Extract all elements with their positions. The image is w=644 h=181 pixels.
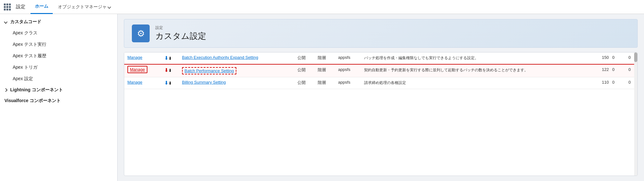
description-cell-3: 請求締め処理の各種設定 bbox=[361, 77, 599, 89]
num1-cell-1: 150 0 bbox=[599, 52, 625, 64]
description-text-2: 契約自動更新・予約更新を実行する際に並列して起動するバッチの数を決めることができ… bbox=[364, 68, 528, 72]
chevron-collapsed-icon bbox=[4, 88, 7, 92]
sidebar-section-custom-code[interactable]: カスタムコード bbox=[0, 17, 117, 27]
tab-home[interactable]: ホーム bbox=[31, 0, 53, 14]
app-label: 設定 bbox=[16, 4, 25, 10]
manage-cell-3: Manage bbox=[124, 77, 161, 89]
table-row: Manage ⬇ Batch Execution Authority Expan… bbox=[124, 52, 637, 64]
main-layout: カスタムコード Apex クラス Apex テスト実行 Apex テスト履歴 A… bbox=[0, 14, 644, 181]
manage-link-1[interactable]: Manage bbox=[127, 55, 142, 60]
top-navigation: 設定 ホーム オブジェクトマネージャ bbox=[0, 0, 644, 14]
download-icon-3[interactable]: ⬇ bbox=[164, 80, 171, 86]
manage-link-3[interactable]: Manage bbox=[127, 80, 142, 85]
sidebar: カスタムコード Apex クラス Apex テスト実行 Apex テスト履歴 A… bbox=[0, 14, 118, 181]
download-cell-2: ⬇ bbox=[161, 64, 179, 77]
num1-cell-3: 110 0 bbox=[599, 77, 625, 89]
sidebar-item-apex-test[interactable]: Apex テスト実行 bbox=[0, 39, 117, 50]
setting-name-link-1[interactable]: Batch Execution Authority Expand Setting bbox=[182, 55, 258, 60]
description-cell-2: 契約自動更新・予約更新を実行する際に並列して起動するバッチの数を決めることができ… bbox=[361, 64, 599, 77]
download-cell-1: ⬇ bbox=[161, 52, 179, 64]
setting-name-cell-1: Batch Execution Authority Expand Setting bbox=[179, 52, 294, 64]
manage-link-highlighted-2[interactable]: Manage bbox=[127, 66, 147, 73]
namespace-cell-1: appsfs bbox=[335, 52, 361, 64]
settings-table-card: Manage ⬇ Batch Execution Authority Expan… bbox=[124, 52, 638, 176]
description-cell-1: バッチ処理を作成・編集権限なしでも実行できるようにする設定。 bbox=[361, 52, 599, 64]
page-title: カスタム設定 bbox=[155, 31, 206, 42]
table-row-highlighted: Manage ⬇ Batch Performance Setting 公開 階層… bbox=[124, 64, 637, 77]
visibility-cell-2: 公開 bbox=[294, 64, 315, 77]
sidebar-item-apex-settings[interactable]: Apex 設定 bbox=[0, 73, 117, 85]
setting-name-cell-2: Batch Performance Setting bbox=[179, 64, 294, 77]
type-cell-3: 階層 bbox=[315, 77, 335, 89]
table-scrollbar[interactable] bbox=[634, 52, 637, 176]
description-text-3: 請求締め処理の各種設定 bbox=[364, 80, 406, 85]
sidebar-item-apex-trigger[interactable]: Apex トリガ bbox=[0, 62, 117, 73]
setting-name-link-2[interactable]: Batch Performance Setting bbox=[182, 67, 236, 74]
table-row: Manage ⬇ Billing Summary Setting 公開 階層 a… bbox=[124, 77, 637, 89]
namespace-cell-3: appsfs bbox=[335, 77, 361, 89]
description-text-1: バッチ処理を作成・編集権限なしでも実行できるようにする設定。 bbox=[364, 56, 478, 60]
content-area: ⚙ 設定 カスタム設定 Manage ⬇ bbox=[118, 14, 644, 181]
sidebar-item-apex-class[interactable]: Apex クラス bbox=[0, 27, 117, 39]
header-icon-box: ⚙ bbox=[132, 24, 150, 42]
sidebar-item-apex-test-history[interactable]: Apex テスト履歴 bbox=[0, 50, 117, 62]
sidebar-section-lightning[interactable]: Lightning コンポーネント bbox=[0, 85, 117, 95]
chevron-expanded-icon bbox=[4, 20, 7, 24]
table-scroll-thumb[interactable] bbox=[634, 52, 637, 62]
download-icon-2[interactable]: ⬇ bbox=[164, 67, 171, 73]
header-subtitle: 設定 bbox=[155, 25, 206, 31]
sidebar-section-visualforce[interactable]: Visualforce コンポーネント bbox=[0, 95, 117, 106]
download-icon-1[interactable]: ⬇ bbox=[164, 55, 171, 61]
gear-icon: ⚙ bbox=[137, 28, 145, 39]
type-cell-1: 階層 bbox=[315, 52, 335, 64]
download-cell-3: ⬇ bbox=[161, 77, 179, 89]
num1-cell-2: 122 0 bbox=[599, 64, 625, 77]
manage-cell-1: Manage bbox=[124, 52, 161, 64]
visibility-cell-1: 公開 bbox=[294, 52, 315, 64]
setting-name-cell-3: Billing Summary Setting bbox=[179, 77, 294, 89]
header-text-group: 設定 カスタム設定 bbox=[155, 25, 206, 42]
tab-object-manager[interactable]: オブジェクトマネージャ bbox=[58, 4, 111, 10]
setting-name-link-3[interactable]: Billing Summary Setting bbox=[182, 80, 226, 85]
chevron-down-icon bbox=[107, 5, 111, 9]
manage-cell-2: Manage bbox=[124, 64, 161, 77]
app-launcher-icon[interactable] bbox=[4, 3, 11, 10]
type-cell-2: 階層 bbox=[315, 64, 335, 77]
sidebar-items-custom-code: Apex クラス Apex テスト実行 Apex テスト履歴 Apex トリガ … bbox=[0, 27, 117, 85]
namespace-cell-2: appsfs bbox=[335, 64, 361, 77]
visibility-cell-3: 公開 bbox=[294, 77, 315, 89]
settings-table: Manage ⬇ Batch Execution Authority Expan… bbox=[124, 52, 637, 89]
page-header-card: ⚙ 設定 カスタム設定 bbox=[124, 19, 638, 48]
